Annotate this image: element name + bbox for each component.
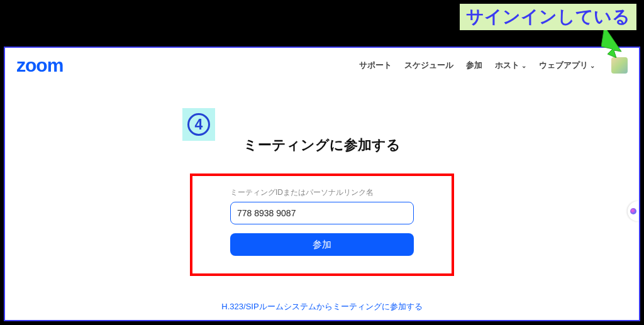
nav-webapp[interactable]: ウェブアプリ ⌄ xyxy=(539,60,595,71)
sparkle-icon xyxy=(630,208,636,214)
zoom-logo[interactable]: zoom xyxy=(16,55,63,76)
app-header: zoom サポート スケジュール 参加 ホスト ⌄ ウェブアプリ ⌄ xyxy=(5,48,639,80)
chevron-down-icon: ⌄ xyxy=(521,62,526,69)
chevron-down-icon: ⌄ xyxy=(590,62,595,69)
annotation-arrow-icon xyxy=(601,26,626,60)
app-window: zoom サポート スケジュール 参加 ホスト ⌄ ウェブアプリ ⌄ 4 ミーテ… xyxy=(4,47,640,321)
nav-host[interactable]: ホスト ⌄ xyxy=(495,60,526,71)
main-content: 4 ミーティングに参加する ミーティングIDまたはパーソナルリンク名 参加 H.… xyxy=(5,80,639,312)
meeting-id-label: ミーティングIDまたはパーソナルリンク名 xyxy=(230,187,414,198)
page-title: ミーティングに参加する xyxy=(5,136,639,155)
step-badge: 4 xyxy=(182,108,215,141)
nav-host-label: ホスト xyxy=(495,60,519,71)
header-nav: サポート スケジュール 参加 ホスト ⌄ ウェブアプリ ⌄ xyxy=(359,57,628,74)
meeting-id-input[interactable] xyxy=(230,202,414,224)
nav-join[interactable]: 参加 xyxy=(466,60,482,71)
step-number: 4 xyxy=(187,113,210,136)
join-form-highlight: ミーティングIDまたはパーソナルリンク名 参加 xyxy=(190,174,454,276)
join-button[interactable]: 参加 xyxy=(230,233,414,256)
nav-schedule[interactable]: スケジュール xyxy=(404,60,453,71)
nav-webapp-label: ウェブアプリ xyxy=(539,60,588,71)
svg-marker-0 xyxy=(601,26,621,58)
h323-sip-link[interactable]: H.323/SIPルームシステムからミーティングに参加する xyxy=(221,301,422,312)
annotation-signed-in-label: サインインしている xyxy=(460,4,636,30)
nav-support[interactable]: サポート xyxy=(359,60,392,71)
